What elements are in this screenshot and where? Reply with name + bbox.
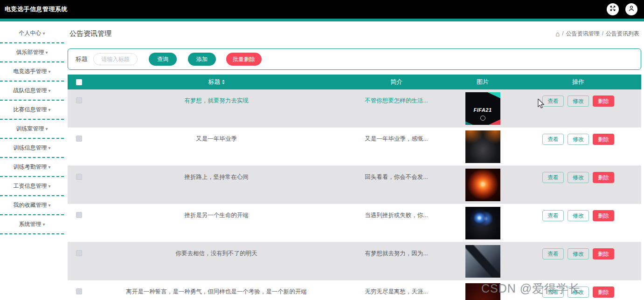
sidebar-item-label: 战队信息管理 xyxy=(13,87,47,94)
sidebar-item-10[interactable]: 系统管理▾ xyxy=(0,215,64,234)
row-intro: 无穷无尽是离愁，天涯... xyxy=(365,288,428,295)
column-intro: 简介 xyxy=(343,78,450,86)
breadcrumb-item[interactable]: 公告资讯列表 xyxy=(606,30,639,38)
view-button[interactable]: 查看 xyxy=(542,95,564,107)
home-icon[interactable]: ⌂ xyxy=(555,30,560,37)
sidebar-item-7[interactable]: 训练考勤管理▾ xyxy=(0,158,64,177)
filter-toolbar: 标题 查询 添加 批量删除 xyxy=(68,48,641,70)
row-checkbox[interactable] xyxy=(76,212,82,218)
column-image: 图片 xyxy=(450,78,515,86)
row-checkbox[interactable] xyxy=(76,97,82,103)
row-image-text: FIFA21 xyxy=(465,107,500,113)
sidebar-item-label: 俱乐部管理 xyxy=(16,49,44,55)
row-title[interactable]: 挫折路上，坚持常在心间 xyxy=(184,174,249,180)
delete-button[interactable]: 删除 xyxy=(593,248,614,259)
user-button[interactable] xyxy=(625,3,637,15)
sidebar-item-8[interactable]: 工资信息管理▾ xyxy=(0,177,64,196)
chevron-down-icon: ▾ xyxy=(45,50,48,55)
breadcrumb: ⌂ / 公告资讯管理 / 公告资讯列表 xyxy=(555,30,639,38)
sidebar-item-9[interactable]: 我的收藏管理▾ xyxy=(0,196,64,215)
row-image[interactable] xyxy=(465,130,500,163)
app-title: 电竞选手信息管理系统 xyxy=(5,5,68,14)
row-title[interactable]: 挫折是另一个生命的开端 xyxy=(184,212,249,218)
row-checkbox[interactable] xyxy=(76,136,82,142)
edit-button[interactable]: 修改 xyxy=(568,210,589,221)
add-button[interactable]: 添加 xyxy=(188,53,216,66)
sidebar-item-2[interactable]: 电竞选手管理▾ xyxy=(0,62,64,82)
sidebar-item-1[interactable]: 俱乐部管理▾ xyxy=(0,43,64,62)
row-checkbox[interactable] xyxy=(76,250,82,256)
chevron-down-icon: ▾ xyxy=(48,69,50,74)
table-header: 标题 简介 图片 操作 xyxy=(68,75,641,89)
row-image[interactable] xyxy=(465,245,500,278)
chevron-down-icon: ▾ xyxy=(48,107,50,112)
title-search-input[interactable] xyxy=(93,53,138,65)
search-button[interactable]: 查询 xyxy=(149,53,177,66)
edit-button[interactable]: 修改 xyxy=(568,248,589,259)
edit-button[interactable]: 修改 xyxy=(568,134,589,145)
fullscreen-icon xyxy=(609,5,616,14)
delete-button[interactable]: 删除 xyxy=(593,210,614,221)
title-filter-label: 标题 xyxy=(76,55,88,63)
batch-delete-button[interactable]: 批量删除 xyxy=(226,53,262,66)
view-button[interactable]: 查看 xyxy=(542,172,564,183)
user-icon xyxy=(628,5,635,14)
chevron-down-icon: ▾ xyxy=(48,88,50,93)
sidebar-item-3[interactable]: 战队信息管理▾ xyxy=(0,82,64,101)
table-row: 有梦想，就要努力去实现 不管你想要怎样的生活... FIFA21 查看 修改 删… xyxy=(68,89,641,128)
row-image[interactable]: FIFA21 xyxy=(465,92,500,125)
fullscreen-button[interactable] xyxy=(607,3,619,15)
edit-button[interactable]: 修改 xyxy=(568,172,589,183)
edit-button[interactable]: 修改 xyxy=(568,95,589,107)
chevron-down-icon: ▾ xyxy=(48,145,50,150)
view-button[interactable]: 查看 xyxy=(542,210,564,221)
row-checkbox[interactable] xyxy=(76,174,82,180)
row-title[interactable]: 有梦想，就要努力去实现 xyxy=(184,97,249,104)
row-image[interactable] xyxy=(465,283,500,300)
breadcrumb-item[interactable]: 公告资讯管理 xyxy=(566,30,600,38)
row-title[interactable]: 又是一年毕业季 xyxy=(196,136,237,142)
sidebar-item-4[interactable]: 比赛信息管理▾ xyxy=(0,101,64,120)
table-row: 又是一年毕业季 又是一年毕业季，感慨... 查看 修改 删除 xyxy=(68,128,641,166)
sidebar-item-label: 工资信息管理 xyxy=(13,183,47,189)
sidebar-item-0[interactable]: 个人中心▾ xyxy=(0,24,64,43)
row-intro: 当遇到挫折或失败，你... xyxy=(365,212,428,218)
view-button[interactable]: 查看 xyxy=(542,286,564,298)
sidebar-item-label: 个人中心 xyxy=(19,30,41,36)
table-body: 有梦想，就要努力去实现 不管你想要怎样的生活... FIFA21 查看 修改 删… xyxy=(68,89,641,300)
chevron-down-icon: ▾ xyxy=(42,222,45,227)
topbar: 电竞选手信息管理系统 xyxy=(0,0,644,19)
sidebar-item-label: 比赛信息管理 xyxy=(13,106,47,113)
view-button[interactable]: 查看 xyxy=(542,134,564,145)
delete-button[interactable]: 删除 xyxy=(593,134,614,145)
chevron-down-icon: ▾ xyxy=(48,164,50,170)
delete-button[interactable]: 删除 xyxy=(593,286,614,298)
page-title: 公告资讯管理 xyxy=(69,29,111,38)
sidebar-item-label: 我的收藏管理 xyxy=(13,202,47,208)
sidebar-item-label: 电竞选手管理 xyxy=(13,68,47,75)
chevron-down-icon: ▾ xyxy=(48,203,50,208)
row-checkbox[interactable] xyxy=(76,288,82,294)
column-title: 标题 xyxy=(208,78,221,86)
delete-button[interactable]: 删除 xyxy=(593,95,614,107)
row-image[interactable] xyxy=(465,169,500,201)
table-row: 离开是一种誓言，是一种勇气，但同样也是一个考验，是一个新的开端 无穷无尽是离愁，… xyxy=(68,280,641,300)
row-intro: 不管你想要怎样的生活... xyxy=(365,97,428,104)
row-title[interactable]: 你要去相信，没有到不了的明天 xyxy=(176,250,257,257)
column-actions: 操作 xyxy=(515,78,641,86)
chevron-down-icon: ▾ xyxy=(48,184,50,189)
sidebar-item-label: 训练信息管理 xyxy=(13,144,47,151)
table-row: 挫折是另一个生命的开端 当遇到挫折或失败，你... 查看 修改 删除 xyxy=(68,204,641,242)
view-button[interactable]: 查看 xyxy=(542,248,564,259)
table-row: 你要去相信，没有到不了的明天 有梦想就去努力，因为... 查看 修改 删除 xyxy=(68,242,641,280)
sidebar-item-label: 训练室管理 xyxy=(16,125,44,132)
row-image[interactable] xyxy=(465,207,500,239)
sidebar-item-6[interactable]: 训练信息管理▾ xyxy=(0,139,64,158)
row-title[interactable]: 离开是一种誓言，是一种勇气，但同样也是一个考验，是一个新的开端 xyxy=(126,288,307,295)
edit-button[interactable]: 修改 xyxy=(568,286,589,298)
chevron-down-icon: ▾ xyxy=(45,126,48,131)
sidebar-item-5[interactable]: 训练室管理▾ xyxy=(0,120,64,139)
sort-icon[interactable] xyxy=(222,80,225,84)
delete-button[interactable]: 删除 xyxy=(593,172,614,183)
select-all-checkbox[interactable] xyxy=(76,79,82,85)
